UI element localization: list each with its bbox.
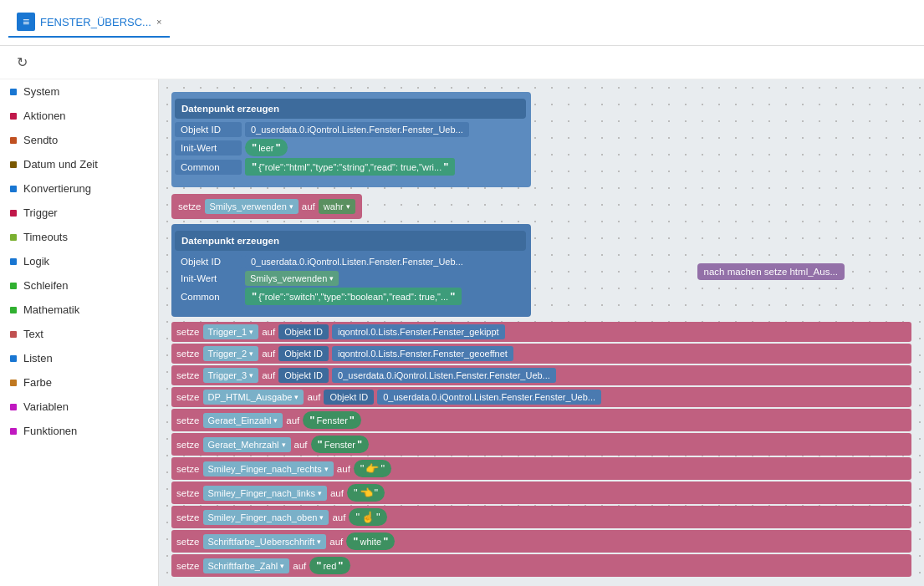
row-id-0[interactable]: iqontrol.0.Lists.Fenster.Fenster_gekippt (332, 324, 505, 339)
row-auf-label-1: auf (262, 349, 275, 359)
row-auf-label-10: auf (293, 561, 306, 571)
sidebar-item-text[interactable]: Text (0, 322, 158, 346)
common-value-2[interactable]: " {"role":"switch","type":"boolean","rea… (245, 288, 462, 305)
sidebar-label-variablen: Variablen (23, 400, 69, 413)
sidebar-label-datum: Datum und Zeit (23, 158, 98, 171)
row-var-dropdown-6[interactable]: Smiley_Finger_nach_rechts (203, 461, 334, 476)
sidebar-item-farbe[interactable]: Farbe (0, 370, 158, 395)
common-value-1[interactable]: " {"role":"html","type":"string","read":… (245, 158, 455, 176)
sidebar-color-schleifen (10, 283, 17, 289)
sidebar-label-funktionen: Funktionen (23, 425, 77, 437)
canvas-row-5: setzeGeraet_Mehrzahlauf"Fenster" (171, 433, 911, 456)
smilys-var-dropdown[interactable]: Smilys_verwenden (205, 199, 299, 214)
row-id-2[interactable]: 0_userdata.0.iQontrol.Listen.Fenster.Fen… (332, 368, 556, 383)
row-setze-label-0: setze (176, 327, 200, 337)
row-id-3[interactable]: 0_userdata.0.iQontrol.Listen.Fenster.Fen… (377, 390, 601, 405)
rows-container: setzeTrigger_1aufObjekt IDiqontrol.0.Lis… (171, 322, 911, 577)
header-1-text: Datenpunkt erzeugen (181, 104, 279, 114)
row-value-9[interactable]: "white" (346, 532, 395, 550)
init-wert-label-2: Init-Wert (175, 271, 242, 286)
row-auf-label-9: auf (329, 537, 343, 547)
tab-menu-icon: ≡ (23, 15, 29, 28)
block-datenpunkt-2: Datenpunkt erzeugen Objekt ID 0_userdata… (171, 224, 531, 317)
topbar: ≡ FENSTER_ÜBERSC... × (0, 0, 924, 46)
close-tab[interactable]: × (156, 17, 161, 27)
setze-smilys-label: setze (178, 201, 202, 211)
sidebar-item-timeouts[interactable]: Timeouts (0, 225, 158, 249)
setze-smilys-row: setze Smilys_verwenden auf wahr (171, 194, 362, 219)
sidebar-item-variablen[interactable]: Variablen (0, 395, 158, 419)
common-label-1: Common (175, 160, 242, 175)
row-type-1: Objekt ID (278, 346, 329, 361)
row-var-dropdown-0[interactable]: Trigger_1 (203, 324, 259, 339)
row-setze-label-3: setze (176, 392, 200, 402)
row-var-dropdown-3[interactable]: DP_HTML_Ausgabe (203, 390, 304, 405)
scroll-container: Datenpunkt erzeugen Objekt ID 0_userdata… (171, 92, 911, 586)
row-id-1[interactable]: iqontrol.0.Lists.Fenster.Fenster_geoeffn… (332, 346, 513, 361)
row-var-dropdown-1[interactable]: Trigger_2 (203, 346, 259, 361)
sidebar-label-listen: Listen (23, 352, 53, 364)
init-wert-dropdown-2[interactable]: Smilys_verwenden (245, 271, 339, 286)
sidebar-color-aktionen (10, 113, 17, 120)
block-header-row-2: Datenpunkt erzeugen (175, 229, 528, 252)
init-wert-text-1: leer (258, 143, 273, 153)
block-header-1: Datenpunkt erzeugen (175, 99, 526, 119)
init-wert-value-1[interactable]: " leer " (245, 139, 288, 156)
row-setze-label-5: setze (176, 440, 200, 450)
sidebar-label-konvertierung: Konvertierung (23, 182, 91, 195)
row-emoji-7[interactable]: "👈" (347, 484, 385, 502)
sidebar-item-logik[interactable]: Logik (0, 249, 158, 273)
row-type-0: Objekt ID (278, 324, 329, 339)
row-var-dropdown-2[interactable]: Trigger_3 (203, 368, 259, 383)
sidebar-label-text: Text (23, 328, 43, 340)
common-label-2: Common (175, 289, 242, 304)
sidebar-color-sendto (10, 137, 17, 144)
sidebar-label-timeouts: Timeouts (23, 231, 68, 243)
row-auf-label-6: auf (337, 464, 350, 474)
sidebar-label-farbe: Farbe (23, 376, 52, 389)
canvas-row-9: setzeSchriftfarbe_Ueberschhriftauf"white… (171, 530, 911, 553)
sidebar-item-konvertierung[interactable]: Konvertierung (0, 176, 158, 201)
sidebar-item-aktionen[interactable]: Aktionen (0, 104, 158, 128)
sidebar-color-system (10, 89, 17, 95)
row-var-dropdown-9[interactable]: Schriftfarbe_Ueberschhrift (203, 534, 327, 549)
row-auf-label-4: auf (286, 415, 299, 425)
row-var-dropdown-7[interactable]: Smiley_Finger_nach_links (203, 486, 327, 501)
nach-machen-block[interactable]: nach machen setze html_Aus... (697, 263, 845, 280)
canvas-row-3: setzeDP_HTML_AusgabeaufObjekt ID0_userda… (171, 387, 911, 407)
objekt-id-row-2: Objekt ID 0_userdata.0.iQontrol.Listen.F… (175, 254, 528, 269)
sidebar-item-mathematik[interactable]: Mathematik (0, 298, 158, 322)
row-emoji-8[interactable]: "☝" (349, 508, 386, 526)
row-value-10[interactable]: "red" (309, 557, 350, 574)
row-var-dropdown-4[interactable]: Geraet_Einzahl (203, 413, 283, 428)
sidebar-item-trigger[interactable]: Trigger (0, 201, 158, 225)
sidebar-item-funktionen[interactable]: Funktionen (0, 419, 158, 443)
row-var-dropdown-5[interactable]: Geraet_Mehrzahl (203, 437, 291, 452)
tab-icon: ≡ (17, 13, 35, 31)
objekt-id-value-1[interactable]: 0_userdata.0.iQontrol.Listen.Fenster.Fen… (245, 122, 469, 137)
sidebar-item-listen[interactable]: Listen (0, 346, 158, 370)
row-value-4[interactable]: "Fenster" (303, 411, 361, 429)
row-var-dropdown-10[interactable]: Schriftfarbe_Zahl (203, 558, 290, 573)
row-value-5[interactable]: "Fenster" (311, 436, 370, 453)
sidebar-item-sendto[interactable]: Sendto (0, 128, 158, 152)
smilys-value-dropdown[interactable]: wahr (319, 199, 355, 214)
sidebar-color-konvertierung (10, 186, 17, 192)
sidebar-label-aktionen: Aktionen (23, 110, 66, 122)
objekt-id-value-2[interactable]: 0_userdata.0.iQontrol.Listen.Fenster.Fen… (245, 254, 469, 269)
refresh-button[interactable]: ↻ (10, 51, 33, 74)
canvas-area[interactable]: Datenpunkt erzeugen Objekt ID 0_userdata… (159, 79, 924, 586)
sidebar-item-datum[interactable]: Datum und Zeit (0, 152, 158, 176)
sidebar-item-system[interactable]: System (0, 79, 158, 104)
sidebar-label-mathematik: Mathematik (23, 303, 79, 316)
common-row-1: Common " {"role":"html","type":"string",… (175, 158, 528, 176)
row-setze-label-8: setze (176, 512, 200, 522)
row-setze-label-2: setze (176, 370, 200, 380)
row-emoji-6[interactable]: "👉" (354, 460, 391, 477)
common-row-2: Common " {"role":"switch","type":"boolea… (175, 288, 528, 305)
sidebar-item-schleifen[interactable]: Schleifen (0, 273, 158, 298)
tab[interactable]: ≡ FENSTER_ÜBERSC... × (8, 8, 170, 38)
row-var-dropdown-8[interactable]: Smiley_Finger_nach_oben (203, 510, 329, 525)
init-wert-row-2: Init-Wert Smilys_verwenden (175, 271, 528, 286)
sidebar-color-variablen (10, 404, 17, 410)
